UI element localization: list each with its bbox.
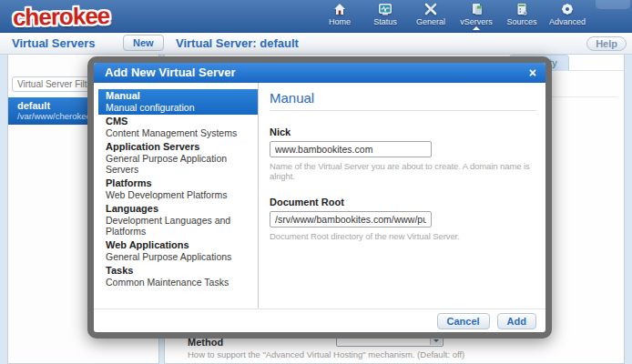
active-section-caret-icon xyxy=(473,26,480,30)
cherokee-logo[interactable]: cherokee xyxy=(13,2,110,32)
modal-titlebar: Add New Virtual Server × xyxy=(94,63,545,83)
wizard-category-menu: Manual Manual configuration CMS Content … xyxy=(94,83,259,308)
nav-vservers-label: vServers xyxy=(460,17,493,26)
menu-item-title: Application Servers xyxy=(106,141,250,153)
modal-footer: Cancel Add xyxy=(94,308,545,332)
sub-header-bar: Virtual Servers New Virtual Server: defa… xyxy=(0,33,632,55)
topbar-partial-button xyxy=(596,0,630,9)
nick-help-text: Name of the Virtual Server you are about… xyxy=(270,161,536,181)
sources-icon xyxy=(515,2,529,17)
nav-sources-label: Sources xyxy=(506,17,536,26)
menu-item-title: Languages xyxy=(106,203,250,215)
menu-item-title: Platforms xyxy=(106,177,250,189)
menu-item-subtitle: General Purpose Applications xyxy=(106,251,250,262)
document-root-input[interactable] xyxy=(270,211,432,228)
tools-icon xyxy=(423,2,438,17)
nav-sources[interactable]: Sources xyxy=(501,2,543,26)
add-button[interactable]: Add xyxy=(497,313,536,329)
menu-item-application-servers[interactable]: Application Servers General Purpose Appl… xyxy=(98,140,258,177)
home-icon xyxy=(332,2,347,17)
header-bar: cherokee Home Status General vServers xyxy=(0,0,632,33)
vservers-icon xyxy=(469,2,484,17)
menu-item-subtitle: Manual configuration xyxy=(106,102,250,113)
method-help-text: How to support the "Advanced Virtual Hos… xyxy=(188,349,464,359)
nav-advanced[interactable]: Advanced xyxy=(546,2,588,26)
page-title: Virtual Server: default xyxy=(176,36,299,50)
nav-vservers[interactable]: vServers xyxy=(455,2,497,26)
menu-item-subtitle: General Purpose Application Servers xyxy=(106,153,250,175)
nick-field-group: Nick Name of the Virtual Server you are … xyxy=(270,126,536,181)
nick-input[interactable] xyxy=(270,141,432,157)
new-virtual-server-button[interactable]: New xyxy=(123,35,164,51)
nick-label: Nick xyxy=(270,126,536,137)
menu-item-subtitle: Development Languages and Platforms xyxy=(106,215,250,237)
section-title: Virtual Servers xyxy=(12,36,96,50)
menu-item-tasks[interactable]: Tasks Common Maintenance Tasks xyxy=(98,264,258,289)
menu-item-title: Web Applications xyxy=(106,239,250,251)
main-nav: Home Status General vServers Sources xyxy=(319,2,588,26)
help-button[interactable]: Help xyxy=(586,36,627,51)
menu-item-subtitle: Web Development Platforms xyxy=(106,189,250,200)
close-icon[interactable]: × xyxy=(529,63,536,83)
menu-item-title: CMS xyxy=(106,116,250,127)
menu-item-platforms[interactable]: Platforms Web Development Platforms xyxy=(98,177,258,202)
nav-advanced-label: Advanced xyxy=(549,17,586,26)
modal-body: Manual Manual configuration CMS Content … xyxy=(94,83,545,308)
manual-config-panel: Manual Nick Name of the Virtual Server y… xyxy=(259,83,545,308)
menu-item-languages[interactable]: Languages Development Languages and Plat… xyxy=(98,202,258,238)
document-root-help-text: Document Root directory of the new Virtu… xyxy=(270,231,536,241)
document-root-field-group: Document Root Document Root directory of… xyxy=(270,197,536,241)
nav-home-label: Home xyxy=(329,17,351,26)
document-root-label: Document Root xyxy=(270,197,536,207)
menu-item-title: Manual xyxy=(106,90,250,102)
menu-item-subtitle: Content Management Systems xyxy=(106,127,250,138)
menu-item-manual[interactable]: Manual Manual configuration xyxy=(98,89,258,115)
gear-icon xyxy=(560,2,575,17)
status-icon xyxy=(378,2,392,17)
panel-heading: Manual xyxy=(270,90,536,111)
nav-general[interactable]: General xyxy=(410,2,452,26)
menu-item-web-applications[interactable]: Web Applications General Purpose Applica… xyxy=(98,238,258,264)
add-virtual-server-modal: Add New Virtual Server × Manual Manual c… xyxy=(87,56,552,339)
nav-status[interactable]: Status xyxy=(364,2,406,26)
menu-item-cms[interactable]: CMS Content Management Systems xyxy=(98,115,258,140)
nav-status-label: Status xyxy=(373,17,397,26)
menu-item-title: Tasks xyxy=(106,265,250,277)
cherokee-admin-screen: cherokee Home Status General vServers xyxy=(0,0,632,364)
menu-item-subtitle: Common Maintenance Tasks xyxy=(106,277,250,288)
nav-home[interactable]: Home xyxy=(319,2,361,26)
cancel-button[interactable]: Cancel xyxy=(437,313,490,329)
modal-title: Add New Virtual Server xyxy=(105,66,236,79)
nav-general-label: General xyxy=(416,17,445,26)
